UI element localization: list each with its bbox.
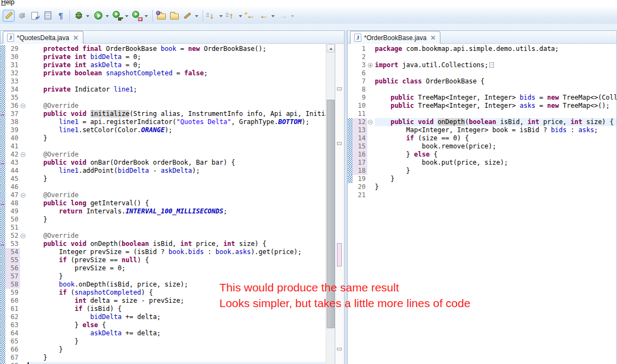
overview-mark[interactable] xyxy=(337,348,342,350)
code-text[interactable]: if (size == 0) { xyxy=(375,134,616,142)
code-text[interactable]: askDelta += delta; xyxy=(28,329,326,337)
last-edit-location-button[interactable]: ★← xyxy=(245,10,257,22)
next-annotation-button-dropdown[interactable] xyxy=(218,10,224,22)
code-text[interactable]: Integer prevSize = (isBid ? book.bids : … xyxy=(28,248,326,256)
forward-button[interactable]: → xyxy=(277,10,289,22)
code-text[interactable]: protected final OrderBookBase book = new… xyxy=(28,45,326,53)
collapse-icon[interactable]: − xyxy=(21,193,25,198)
code-text[interactable] xyxy=(375,69,616,77)
code-text[interactable]: @Override xyxy=(28,232,326,240)
collapse-icon[interactable]: − xyxy=(21,103,25,108)
folded-region-icon[interactable] xyxy=(489,62,494,68)
code-text[interactable]: } else { xyxy=(375,151,616,159)
coverage-button[interactable] xyxy=(112,10,124,22)
code-text[interactable] xyxy=(375,53,616,61)
collapse-icon[interactable]: − xyxy=(21,233,25,238)
annotate-button[interactable] xyxy=(181,10,193,22)
show-templates-button[interactable] xyxy=(42,10,54,22)
previous-annotation-button[interactable]: ↑ xyxy=(225,10,237,22)
diff-overview-mark[interactable] xyxy=(337,243,342,266)
code-text[interactable]: } xyxy=(28,216,326,224)
code-text[interactable]: private Indicator line1; xyxy=(28,86,326,94)
code-text[interactable]: public void onDepth(boolean isBid, int p… xyxy=(28,240,326,248)
code-text[interactable]: @Override xyxy=(28,102,326,110)
code-text[interactable] xyxy=(375,110,616,118)
code-text[interactable]: line1.addPoint(bidDelta - askDelta); xyxy=(28,167,326,175)
code-text[interactable]: } xyxy=(375,175,616,183)
code-text[interactable]: Map<Integer, Integer> book = isBid ? bid… xyxy=(375,126,616,134)
code-text[interactable]: private int bidDelta = 0; xyxy=(28,53,326,61)
code-text[interactable]: return Intervals.INTERVAL_100_MILLISECON… xyxy=(28,207,326,216)
code-text[interactable] xyxy=(28,77,326,86)
code-text[interactable]: } xyxy=(375,167,616,175)
code-text[interactable] xyxy=(375,86,616,94)
code-text[interactable]: } xyxy=(28,346,326,354)
overview-ruler[interactable] xyxy=(335,44,344,364)
code-text[interactable]: if (prevSize == null) { xyxy=(28,256,326,264)
tab-quotesdelta-java[interactable]: J *QuotesDelta.java ✕ xyxy=(3,31,83,44)
menu-help[interactable]: Help xyxy=(1,0,15,6)
code-text[interactable]: public void onBar(OrderBook orderBook, B… xyxy=(28,159,326,167)
forward-button-dropdown[interactable] xyxy=(290,10,295,22)
open-resource-button[interactable] xyxy=(168,10,180,22)
code-text[interactable]: @Override xyxy=(28,151,326,159)
show-source-button[interactable]: ↵ xyxy=(29,10,41,22)
code-text[interactable]: book.put(price, size); xyxy=(375,159,616,167)
code-text[interactable]: } xyxy=(28,337,326,346)
code-text[interactable]: } else { xyxy=(28,321,326,329)
right-code-editor[interactable]: 1package com.bookmap.api.simple.demo.uti… xyxy=(348,44,616,364)
mark-occurrences-button[interactable] xyxy=(3,10,15,22)
run-button-dropdown[interactable] xyxy=(105,10,110,22)
annotate-button-dropdown[interactable] xyxy=(194,10,199,22)
code-text[interactable]: } xyxy=(375,183,616,191)
code-text[interactable] xyxy=(28,142,326,151)
code-text[interactable]: public TreeMap<Integer, Integer> asks = … xyxy=(375,102,616,110)
close-icon[interactable]: ✕ xyxy=(73,35,79,41)
code-text[interactable]: private boolean snapshotCompleted = fals… xyxy=(28,69,326,77)
debug-button[interactable] xyxy=(73,10,85,22)
profile-button-dropdown[interactable] xyxy=(144,10,149,22)
code-text[interactable]: @Override xyxy=(28,191,326,199)
overview-mark[interactable] xyxy=(337,142,342,145)
debug-button-dropdown[interactable] xyxy=(85,10,90,22)
code-text[interactable]: import java.util.Collections; xyxy=(375,61,616,69)
tab-orderbookbase-java[interactable]: J *OrderBookBase.java ✕ xyxy=(350,31,440,44)
code-text[interactable]: public TreeMap<Integer, Integer> bids = … xyxy=(375,94,616,102)
code-text[interactable] xyxy=(28,224,326,232)
code-text[interactable]: book.remove(price); xyxy=(375,142,616,151)
open-task-button[interactable] xyxy=(155,10,167,22)
code-text[interactable] xyxy=(28,183,326,191)
code-text[interactable]: package com.bookmap.api.simple.demo.util… xyxy=(375,45,616,53)
left-editor-scrollbar[interactable] xyxy=(326,44,335,364)
code-text[interactable] xyxy=(28,362,326,364)
previous-annotation-button-dropdown[interactable] xyxy=(238,10,243,22)
code-text[interactable]: public void onDepth(boolean isBid, int p… xyxy=(375,118,616,126)
code-text[interactable]: private int askDelta = 0; xyxy=(28,61,326,69)
smart-insert-button[interactable] xyxy=(16,10,28,22)
run-button[interactable] xyxy=(92,10,104,22)
expand-icon[interactable]: + xyxy=(368,63,373,68)
back-button[interactable]: ← xyxy=(258,10,270,22)
collapse-icon[interactable]: − xyxy=(21,152,25,157)
coverage-button-dropdown[interactable] xyxy=(124,10,129,22)
code-text[interactable]: public long getInterval() { xyxy=(28,199,326,207)
left-code-editor[interactable]: 29 protected final OrderBookBase book = … xyxy=(1,44,326,364)
collapse-icon[interactable]: − xyxy=(368,120,373,125)
show-whitespace-button[interactable]: ¶ xyxy=(55,10,67,22)
code-text[interactable]: line1.setColor(Color.ORANGE); xyxy=(28,126,326,134)
code-text[interactable]: } xyxy=(28,354,326,362)
code-text[interactable] xyxy=(28,94,326,102)
code-text[interactable]: public void initialize(String alias, Ins… xyxy=(28,110,326,118)
overview-mark[interactable] xyxy=(337,87,342,90)
code-text[interactable]: bidDelta += delta; xyxy=(28,313,326,321)
close-icon[interactable]: ✕ xyxy=(430,35,436,41)
code-text[interactable]: } xyxy=(28,134,326,142)
code-text[interactable]: public class OrderBookBase { xyxy=(375,77,616,86)
scrollbar-up-arrow[interactable] xyxy=(327,44,335,53)
code-text[interactable]: prevSize = 0; xyxy=(28,264,326,272)
next-annotation-button[interactable]: ↓ xyxy=(206,10,218,22)
back-button-dropdown[interactable] xyxy=(270,10,276,22)
code-text[interactable]: line1 = api.registerIndicator("Quotes De… xyxy=(28,118,326,126)
code-text[interactable] xyxy=(375,191,616,199)
code-text[interactable]: } xyxy=(28,175,326,183)
